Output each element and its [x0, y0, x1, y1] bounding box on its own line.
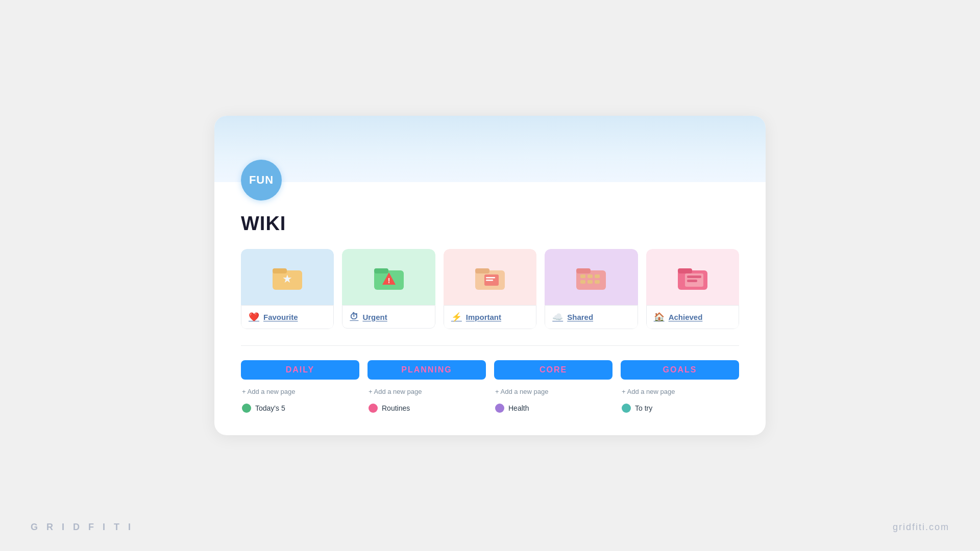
card-header: FUN	[214, 116, 766, 182]
svg-rect-10	[486, 277, 495, 279]
category-card-important[interactable]: ⚡ Important	[444, 249, 536, 329]
dot-icon-pink	[369, 404, 378, 413]
section-header-planning: PLANNING	[368, 360, 486, 380]
section-item-core-0[interactable]: Health	[494, 402, 612, 415]
category-label-text-favourite: Favourite	[263, 313, 298, 321]
svg-rect-8	[475, 268, 489, 273]
note-folder-icon	[474, 263, 506, 291]
section-header-daily: DAILY	[241, 360, 359, 380]
category-card-urgent[interactable]: ! ⏱ Urgent	[342, 249, 435, 329]
wiki-title: WIKI	[241, 213, 739, 235]
section-item-goals-0[interactable]: To try	[621, 402, 739, 415]
add-page-core[interactable]: + Add a new page	[494, 386, 612, 397]
category-card-achieved[interactable]: 🏠 Achieved	[646, 249, 739, 329]
category-label-text-urgent: Urgent	[362, 313, 387, 321]
svg-rect-21	[678, 268, 692, 273]
home-icon: 🏠	[654, 312, 665, 322]
svg-rect-23	[687, 276, 701, 278]
svg-text:★: ★	[282, 272, 292, 285]
category-label-text-important: Important	[466, 313, 501, 321]
heart-icon: ❤️	[249, 312, 259, 322]
category-label-urgent[interactable]: ⏱ Urgent	[342, 305, 435, 329]
svg-rect-24	[687, 280, 697, 282]
category-icon-box-shared	[545, 249, 638, 305]
svg-rect-19	[595, 280, 600, 284]
clock-icon: ⏱	[350, 312, 358, 322]
branding-left: G R I D F I T I	[31, 522, 134, 533]
section-item-daily-0[interactable]: Today's 5	[241, 402, 359, 415]
section-goals: GOALS + Add a new page To try	[621, 360, 739, 415]
category-label-favourite[interactable]: ❤️ Favourite	[241, 305, 334, 329]
section-header-goals: GOALS	[621, 360, 739, 380]
dot-icon-teal	[622, 404, 631, 413]
archive-folder-icon	[677, 263, 708, 291]
category-icon-box-urgent: !	[342, 249, 435, 305]
category-label-important[interactable]: ⚡ Important	[444, 305, 536, 329]
category-label-shared[interactable]: ☁️ Shared	[545, 305, 638, 329]
main-card: FUN WIKI ★ ❤️ Favourite	[214, 116, 766, 435]
svg-rect-17	[580, 280, 585, 284]
section-item-planning-0[interactable]: Routines	[368, 402, 486, 415]
category-label-achieved[interactable]: 🏠 Achieved	[646, 305, 739, 329]
star-folder-icon: ★	[272, 263, 303, 291]
badge-text: FUN	[249, 173, 274, 187]
warning-folder-icon: !	[373, 263, 405, 291]
svg-rect-11	[486, 280, 493, 281]
dot-icon-purple	[495, 404, 504, 413]
svg-text:!: !	[387, 277, 390, 285]
section-core: CORE + Add a new page Health	[494, 360, 612, 415]
svg-rect-15	[587, 274, 593, 278]
category-card-shared[interactable]: ☁️ Shared	[545, 249, 638, 329]
cloud-icon: ☁️	[552, 312, 563, 322]
svg-rect-14	[580, 274, 585, 278]
svg-rect-4	[374, 268, 388, 273]
section-daily: DAILY + Add a new page Today's 5	[241, 360, 359, 415]
divider	[241, 345, 739, 346]
add-page-goals[interactable]: + Add a new page	[621, 386, 739, 397]
card-body: WIKI ★ ❤️ Favourite	[214, 182, 766, 435]
svg-rect-16	[595, 274, 600, 278]
add-page-daily[interactable]: + Add a new page	[241, 386, 359, 397]
category-card-favourite[interactable]: ★ ❤️ Favourite	[241, 249, 334, 329]
category-icon-box-favourite: ★	[241, 249, 334, 305]
lightning-icon: ⚡	[451, 312, 462, 322]
section-planning: PLANNING + Add a new page Routines	[368, 360, 486, 415]
category-label-text-shared: Shared	[567, 313, 593, 321]
wiki-categories: ★ ❤️ Favourite !	[241, 249, 739, 329]
dot-icon-green	[242, 404, 251, 413]
svg-rect-18	[587, 280, 593, 284]
section-header-core: CORE	[494, 360, 612, 380]
grid-folder-icon	[575, 263, 607, 291]
category-icon-box-important	[444, 249, 536, 305]
add-page-planning[interactable]: + Add a new page	[368, 386, 486, 397]
fun-badge: FUN	[241, 160, 282, 201]
svg-rect-13	[576, 268, 591, 273]
category-label-text-achieved: Achieved	[669, 313, 703, 321]
branding-right: gridfiti.com	[893, 522, 949, 533]
sections-row: DAILY + Add a new page Today's 5 PLANNIN…	[241, 360, 739, 415]
category-icon-box-achieved	[646, 249, 739, 305]
